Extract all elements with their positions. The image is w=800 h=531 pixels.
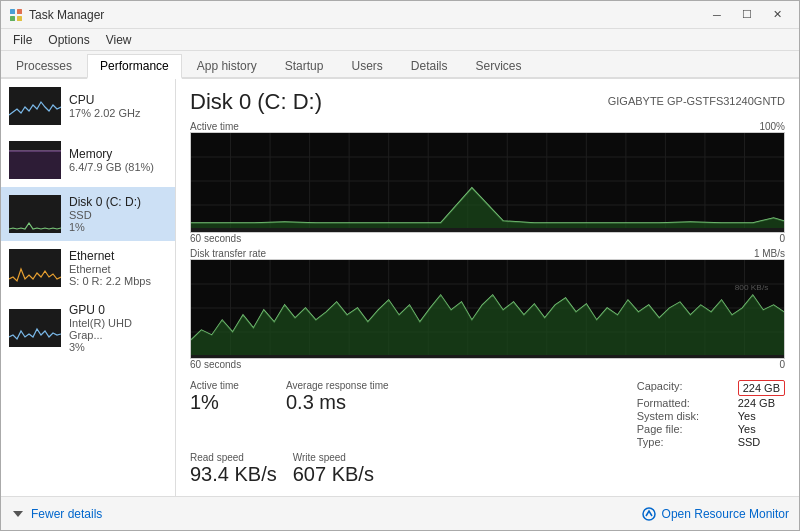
capacity-row-type: Type: SSD xyxy=(637,436,785,448)
svg-rect-1 xyxy=(17,9,22,14)
cpu-info: CPU 17% 2.02 GHz xyxy=(69,93,167,119)
page-file-label: Page file: xyxy=(637,423,732,435)
gpu-sparkline xyxy=(9,309,61,347)
page-file-value: Yes xyxy=(738,423,756,435)
fewer-details-btn[interactable]: Fewer details xyxy=(11,507,102,521)
read-speed-stat: Read speed 93.4 KB/s xyxy=(190,452,277,486)
gpu-info: GPU 0 Intel(R) UHD Grap... 3% xyxy=(69,303,167,353)
ethernet-info: Ethernet Ethernet S: 0 R: 2.2 Mbps xyxy=(69,249,167,287)
sidebar-item-ethernet[interactable]: Ethernet Ethernet S: 0 R: 2.2 Mbps xyxy=(1,241,175,295)
avg-response-stat: Average response time 0.3 ms xyxy=(286,380,389,414)
svg-rect-2 xyxy=(10,16,15,21)
ethernet-title: Ethernet xyxy=(69,249,167,263)
chart1-label-left: Active time xyxy=(190,121,239,132)
chart2-bottom-labels: 60 seconds 0 xyxy=(190,359,785,370)
minimize-button[interactable]: ─ xyxy=(703,5,731,25)
capacity-value: 224 GB xyxy=(738,380,785,396)
memory-subtitle: 6.4/7.9 GB (81%) xyxy=(69,161,167,173)
stats-row: Active time 1% Average response time 0.3… xyxy=(190,380,785,448)
gpu-subtitle: Intel(R) UHD Grap... xyxy=(69,317,167,341)
cpu-subtitle: 17% 2.02 GHz xyxy=(69,107,167,119)
gpu-value: 3% xyxy=(69,341,167,353)
cpu-title: CPU xyxy=(69,93,167,107)
title-bar-controls: ─ ☐ ✕ xyxy=(703,5,791,25)
menu-bar: File Options View xyxy=(1,29,799,51)
cpu-sparkline xyxy=(9,87,61,125)
svg-rect-9 xyxy=(9,309,61,347)
svg-rect-7 xyxy=(9,195,61,233)
menu-options[interactable]: Options xyxy=(40,31,97,49)
title-bar: Task Manager ─ ☐ ✕ xyxy=(1,1,799,29)
write-speed-label: Write speed xyxy=(293,452,374,463)
write-speed-value: 607 KB/s xyxy=(293,463,374,486)
open-resource-monitor-btn[interactable]: Open Resource Monitor xyxy=(642,507,789,521)
gpu-title: GPU 0 xyxy=(69,303,167,317)
disk-sparkline xyxy=(9,195,61,233)
tab-bar: Processes Performance App history Startu… xyxy=(1,51,799,79)
task-manager-window: Task Manager ─ ☐ ✕ File Options View Pro… xyxy=(0,0,800,531)
memory-info: Memory 6.4/7.9 GB (81%) xyxy=(69,147,167,173)
chart2-label-left: Disk transfer rate xyxy=(190,248,266,259)
disk-main-title: Disk 0 (C: D:) xyxy=(190,89,322,115)
sidebar-item-gpu0[interactable]: GPU 0 Intel(R) UHD Grap... 3% xyxy=(1,295,175,361)
chart2-bottom-left: 60 seconds xyxy=(190,359,241,370)
tab-services[interactable]: Services xyxy=(463,54,535,77)
active-time-value: 1% xyxy=(190,391,270,414)
title-bar-text: Task Manager xyxy=(29,8,104,22)
formatted-label: Formatted: xyxy=(637,397,732,409)
chart1-bottom-labels: 60 seconds 0 xyxy=(190,233,785,244)
chart1-top-labels: Active time 100% xyxy=(190,121,785,132)
disk-value: 1% xyxy=(69,221,167,233)
sidebar-item-cpu[interactable]: CPU 17% 2.02 GHz xyxy=(1,79,175,133)
content-header: Disk 0 (C: D:) GIGABYTE GP-GSTFS31240GNT… xyxy=(190,89,785,115)
formatted-value: 224 GB xyxy=(738,397,775,409)
chart2-label-right: 1 MB/s xyxy=(754,248,785,259)
svg-rect-3 xyxy=(17,16,22,21)
system-disk-value: Yes xyxy=(738,410,756,422)
chart2-bottom-right: 0 xyxy=(779,359,785,370)
fewer-details-icon xyxy=(11,507,25,521)
ethernet-subtitle: Ethernet xyxy=(69,263,167,275)
disk-subtitle: SSD xyxy=(69,209,167,221)
menu-view[interactable]: View xyxy=(98,31,140,49)
capacity-label: Capacity: xyxy=(637,380,732,396)
capacity-box: Capacity: 224 GB Formatted: 224 GB Syste… xyxy=(637,380,785,448)
tab-performance[interactable]: Performance xyxy=(87,54,182,79)
maximize-button[interactable]: ☐ xyxy=(733,5,761,25)
main-content: CPU 17% 2.02 GHz Memory 6.4/7.9 GB (81%) xyxy=(1,79,799,496)
close-button[interactable]: ✕ xyxy=(763,5,791,25)
type-label: Type: xyxy=(637,436,732,448)
tab-app-history[interactable]: App history xyxy=(184,54,270,77)
disk-title: Disk 0 (C: D:) xyxy=(69,195,167,209)
sidebar-item-memory[interactable]: Memory 6.4/7.9 GB (81%) xyxy=(1,133,175,187)
tab-users[interactable]: Users xyxy=(338,54,395,77)
footer: Fewer details Open Resource Monitor xyxy=(1,496,799,530)
memory-sparkline xyxy=(9,141,61,179)
active-time-label: Active time xyxy=(190,380,270,391)
sidebar-item-disk0[interactable]: Disk 0 (C: D:) SSD 1% xyxy=(1,187,175,241)
sidebar: CPU 17% 2.02 GHz Memory 6.4/7.9 GB (81%) xyxy=(1,79,176,496)
menu-file[interactable]: File xyxy=(5,31,40,49)
speed-row: Read speed 93.4 KB/s Write speed 607 KB/… xyxy=(190,452,785,486)
memory-title: Memory xyxy=(69,147,167,161)
read-speed-value: 93.4 KB/s xyxy=(190,463,277,486)
tab-startup[interactable]: Startup xyxy=(272,54,337,77)
svg-marker-49 xyxy=(13,511,23,517)
tab-processes[interactable]: Processes xyxy=(3,54,85,77)
write-speed-stat: Write speed 607 KB/s xyxy=(293,452,374,486)
ethernet-sparkline xyxy=(9,249,61,287)
chart1-bottom-left: 60 seconds xyxy=(190,233,241,244)
active-time-chart xyxy=(190,132,785,233)
type-value: SSD xyxy=(738,436,761,448)
title-bar-left: Task Manager xyxy=(9,8,104,22)
svg-rect-6 xyxy=(9,151,61,179)
tab-details[interactable]: Details xyxy=(398,54,461,77)
chart1-label-right: 100% xyxy=(759,121,785,132)
read-speed-label: Read speed xyxy=(190,452,277,463)
svg-rect-0 xyxy=(10,9,15,14)
avg-response-label: Average response time xyxy=(286,380,389,391)
svg-text:800 KB/s: 800 KB/s xyxy=(735,283,769,292)
disk-transfer-chart: 800 KB/s xyxy=(190,259,785,360)
capacity-row-formatted: Formatted: 224 GB xyxy=(637,397,785,409)
capacity-row-capacity: Capacity: 224 GB xyxy=(637,380,785,396)
